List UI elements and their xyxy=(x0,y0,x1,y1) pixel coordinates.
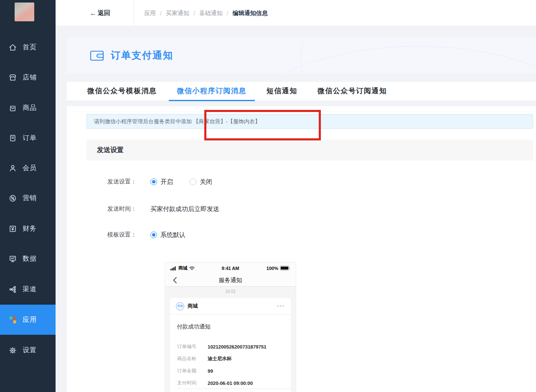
sidebar-item-label: 渠道 xyxy=(23,285,37,294)
content-panel: 请到微信小程序管理后台服务类目中添加 【商家自营】-【服饰内衣】 发送设置 发送… xyxy=(67,106,536,392)
phone-nav-title: 服务通知 xyxy=(165,274,296,287)
template-setting-label: 模板设置： xyxy=(107,231,147,239)
breadcrumb-item[interactable]: 基础通知 xyxy=(199,10,223,17)
breadcrumb-item[interactable]: 应用 xyxy=(144,10,156,17)
card-rows: 订单编号 1021200526200731879751 商品名称 迪士尼水杯 订… xyxy=(177,341,287,389)
tab-wechat-subscribe[interactable]: 微信公众号订阅通知 xyxy=(309,82,396,101)
tab-sms[interactable]: 短信通知 xyxy=(258,82,306,101)
radio-option-system-default[interactable]: 系统默认 xyxy=(150,231,185,239)
radio-on-label[interactable]: 开启 xyxy=(160,178,173,186)
finance-yuan-icon xyxy=(8,224,17,233)
radio-off-label[interactable]: 关闭 xyxy=(200,178,212,186)
app-root: 首页 店铺 商品 订单 会员 xyxy=(0,0,536,392)
breadcrumb-separator: / xyxy=(193,10,195,17)
back-arrow-icon: ← xyxy=(90,10,97,17)
breadcrumb-current: 编辑通知信息 xyxy=(233,10,268,17)
sidebar-item-home[interactable]: 首页 xyxy=(0,32,56,62)
wifi-icon xyxy=(189,266,195,270)
row-value: 2020-06-01 09:00:00 xyxy=(208,381,253,386)
tab-wechat-template[interactable]: 微信公众号模板消息 xyxy=(79,82,165,101)
sidebar-item-label: 设置 xyxy=(23,346,37,355)
sidebar-item-label: 商品 xyxy=(23,104,37,112)
radio-system-default[interactable] xyxy=(150,232,157,238)
phone-status-bar: 9:41 AM 商城 100% xyxy=(165,262,296,274)
card-divider xyxy=(177,389,291,389)
message-time: 16:01 xyxy=(165,289,296,294)
apps-grid-icon xyxy=(8,316,17,324)
send-time-row: 发送时间： 买家付款成功后立即发送 xyxy=(107,204,219,214)
send-settings-section-header: 发送设置 xyxy=(86,140,533,160)
radio-option-on[interactable]: 开启 xyxy=(150,178,173,186)
goods-bag-icon xyxy=(8,104,17,112)
card-title: 付款成功通知 xyxy=(177,323,211,331)
radio-on[interactable] xyxy=(150,178,157,185)
banner-decoration xyxy=(301,38,536,73)
sidebar-item-goods[interactable]: 商品 xyxy=(0,93,56,123)
back-button[interactable]: ← 返回 xyxy=(90,0,110,26)
card-app-name: 商城 xyxy=(188,303,198,310)
data-monitor-icon xyxy=(8,255,17,263)
radio-system-default-label[interactable]: 系统默认 xyxy=(160,231,185,239)
row-label: 商品名称 xyxy=(177,356,208,362)
battery-percent: 100% xyxy=(267,266,278,271)
sidebar-item-channels[interactable]: 渠道 xyxy=(0,274,56,304)
wallet-icon xyxy=(90,49,104,62)
home-icon xyxy=(8,43,17,52)
topbar: ← 返回 应用 / 买家通知 / 基础通知 / 编辑通知信息 xyxy=(56,0,536,26)
shop-icon xyxy=(8,73,17,82)
sidebar-item-orders[interactable]: 订单 xyxy=(0,123,56,153)
sidebar-item-label: 应用 xyxy=(23,316,37,324)
sidebar-item-marketing[interactable]: 营销 xyxy=(0,183,56,213)
page-banner: 订单支付通知 xyxy=(67,38,536,73)
annotation-red-box xyxy=(204,110,321,140)
phone-content: 16:01 商城 商城 ••• 付款成功通知 订单编号 102120052620… xyxy=(165,287,296,392)
row-label: 订单编号 xyxy=(177,344,208,350)
breadcrumb-item[interactable]: 买家通知 xyxy=(166,10,189,17)
card-row: 商品名称 迪士尼水杯 xyxy=(177,353,287,365)
send-time-label: 发送时间： xyxy=(107,205,147,213)
notification-tabs: 微信公众号模板消息 微信小程序订阅消息 短信通知 微信公众号订阅通知 xyxy=(67,82,536,101)
sidebar-item-shop[interactable]: 店铺 xyxy=(0,62,56,92)
sidebar-item-label: 数据 xyxy=(23,255,37,263)
row-label: 订单金额 xyxy=(177,368,208,374)
row-value: 1021200526200731879751 xyxy=(208,344,267,349)
gear-icon xyxy=(8,346,17,355)
card-header: 商城 商城 ••• xyxy=(170,298,291,315)
more-dots-icon: ••• xyxy=(277,303,285,309)
carrier-name: 商城 xyxy=(178,265,188,271)
sidebar-item-data[interactable]: 数据 xyxy=(0,244,56,274)
phone-preview: 9:41 AM 商城 100% 服务通 xyxy=(165,262,296,392)
radio-off[interactable] xyxy=(190,178,196,185)
page-title: 订单支付通知 xyxy=(111,49,173,62)
template-setting-row: 模板设置： 系统默认 xyxy=(107,229,185,240)
breadcrumb-separator: / xyxy=(160,10,162,17)
sidebar-item-label: 订单 xyxy=(23,134,37,143)
sidebar-item-label: 财务 xyxy=(23,224,37,233)
sidebar-item-label: 首页 xyxy=(23,43,37,52)
tab-miniprogram-subscribe[interactable]: 微信小程序订阅消息 xyxy=(169,82,255,101)
card-row: 订单金额 99 xyxy=(177,365,287,377)
battery-icon xyxy=(280,266,290,270)
radio-option-off[interactable]: 关闭 xyxy=(190,178,212,186)
section-title: 发送设置 xyxy=(86,140,533,160)
send-setting-label: 发送设置： xyxy=(107,178,147,186)
order-doc-icon xyxy=(8,134,17,143)
card-row: 支付时间 2020-06-01 09:00:00 xyxy=(177,377,287,389)
sidebar-item-members[interactable]: 会员 xyxy=(0,153,56,183)
card-row: 订单编号 1021200526200731879751 xyxy=(177,341,287,353)
sidebar-item-label: 会员 xyxy=(23,164,37,173)
breadcrumb: 应用 / 买家通知 / 基础通知 / 编辑通知信息 xyxy=(144,0,268,26)
signal-bars-icon xyxy=(170,266,177,270)
send-setting-row: 发送设置： 开启 关闭 xyxy=(107,176,212,187)
send-time-value: 买家付款成功后立即发送 xyxy=(150,205,219,213)
channel-share-icon xyxy=(8,285,17,294)
phone-nav-bar: 服务通知 xyxy=(165,274,296,287)
user-avatar[interactable] xyxy=(15,3,34,21)
row-value: 迪士尼水杯 xyxy=(208,356,232,362)
sidebar-item-settings[interactable]: 设置 xyxy=(0,335,56,365)
breadcrumb-separator: / xyxy=(227,10,229,17)
sidebar-item-apps[interactable]: 应用 xyxy=(0,305,56,335)
back-label: 返回 xyxy=(98,9,110,17)
sidebar-item-finance[interactable]: 财务 xyxy=(0,214,56,244)
notification-card: 商城 商城 ••• 付款成功通知 订单编号 102120052620073187… xyxy=(170,298,291,392)
